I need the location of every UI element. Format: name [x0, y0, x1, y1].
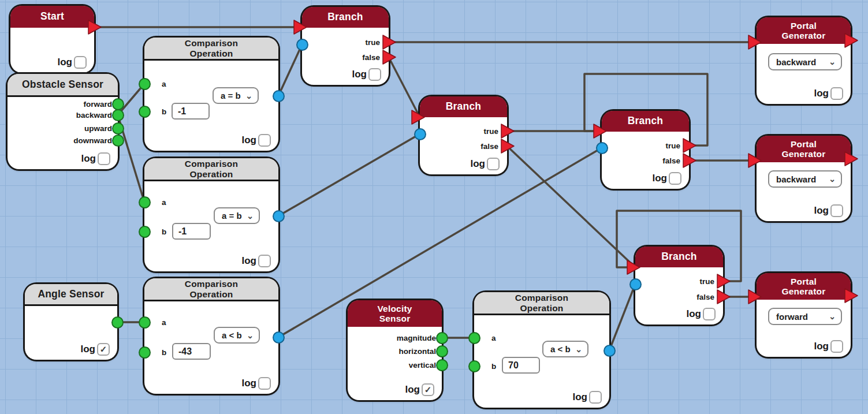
log-checkbox[interactable]	[98, 152, 110, 165]
flow-port-true[interactable]	[382, 35, 396, 50]
port-b[interactable]	[139, 106, 151, 118]
flow-port-false[interactable]	[382, 50, 396, 65]
port-a[interactable]	[139, 78, 151, 90]
node-obstacle-sensor[interactable]: Obstacle Sensorforwardbackwardupwarddown…	[8, 74, 118, 169]
log-row: log	[81, 152, 111, 165]
node-portal-1[interactable]: Portal Generatorbackward⌄log	[757, 17, 851, 104]
log-row: log	[471, 158, 500, 170]
port-condition[interactable]	[414, 128, 426, 140]
flow-port-flow-out[interactable]	[844, 288, 858, 303]
flow-port-flow-in[interactable]	[748, 35, 762, 50]
node-branch-3[interactable]: Branchtruefalselog	[602, 111, 689, 189]
port-condition[interactable]	[296, 39, 308, 51]
port-vertical[interactable]	[436, 359, 448, 371]
flow-port-flow-out[interactable]	[844, 33, 858, 48]
operator-select[interactable]: a < b⌄	[542, 341, 588, 357]
port-a[interactable]	[468, 332, 480, 344]
flow-port-false[interactable]	[501, 139, 515, 154]
select-value: backward	[776, 174, 816, 184]
node-comparison-3[interactable]: Comparison Operationaba < b⌄log	[144, 278, 278, 394]
port-label-a: a	[162, 318, 166, 327]
flow-port-false[interactable]	[717, 289, 731, 304]
node-portal-3[interactable]: Portal Generatorforward⌄log	[757, 273, 851, 357]
operator-select[interactable]: a < b⌄	[214, 327, 260, 344]
node-portal-2[interactable]: Portal Generatorbackward⌄log	[757, 136, 851, 221]
log-label: log	[81, 153, 96, 165]
operator-select[interactable]: a = b⌄	[213, 87, 259, 104]
port-magnitude[interactable]	[436, 332, 448, 344]
flow-port-true[interactable]	[683, 138, 696, 153]
direction-select[interactable]: forward⌄	[768, 308, 842, 325]
port-condition[interactable]	[629, 278, 642, 290]
port-label-magnitude: magnitude	[397, 334, 436, 342]
port-b[interactable]	[139, 346, 151, 359]
b-value-input[interactable]	[502, 357, 540, 374]
flow-port-flow-in[interactable]	[293, 20, 307, 35]
port-a[interactable]	[139, 316, 151, 329]
node-graph-canvas[interactable]: StartlogObstacle Sensorforwardbackwardup…	[0, 0, 868, 414]
node-comparison-2[interactable]: Comparison Operationaba = b⌄log	[144, 158, 278, 271]
chevron-down-icon: ⌄	[829, 312, 836, 320]
port-horizontal[interactable]	[436, 345, 448, 357]
port-backward[interactable]	[112, 109, 124, 121]
port-condition[interactable]	[596, 142, 608, 154]
log-checkbox[interactable]	[703, 308, 716, 320]
log-checkbox[interactable]: ✓	[97, 343, 110, 356]
port-b[interactable]	[468, 360, 480, 372]
flow-port-false[interactable]	[683, 153, 696, 168]
log-checkbox[interactable]: ✓	[422, 383, 434, 396]
port-a[interactable]	[139, 196, 151, 208]
port-forward[interactable]	[112, 98, 124, 110]
b-value-input[interactable]	[172, 103, 210, 120]
log-checkbox[interactable]	[258, 255, 271, 267]
flow-port-true[interactable]	[717, 274, 731, 289]
flow-port-flow-out[interactable]	[844, 151, 858, 166]
port-result[interactable]	[603, 345, 616, 357]
flow-port-flow-in[interactable]	[748, 289, 762, 304]
port-label-b: b	[162, 348, 166, 357]
select-value: a < b	[222, 330, 242, 340]
node-branch-1[interactable]: Branchtruefalselog	[302, 7, 389, 85]
log-checkbox[interactable]	[368, 68, 381, 81]
port-angle[interactable]	[111, 316, 124, 329]
operator-select[interactable]: a = b⌄	[214, 207, 260, 224]
node-title: Branch	[302, 7, 389, 28]
flow-port-flow-in[interactable]	[593, 124, 607, 139]
log-checkbox[interactable]	[669, 172, 681, 185]
node-branch-2[interactable]: Branchtruefalselog	[420, 96, 507, 174]
log-label: log	[687, 308, 702, 320]
port-label-false: false	[480, 142, 498, 151]
flow-port-flow-in[interactable]	[748, 153, 762, 168]
log-checkbox[interactable]	[258, 134, 271, 147]
b-value-input[interactable]	[172, 343, 211, 360]
port-downward[interactable]	[112, 135, 124, 147]
log-checkbox[interactable]	[258, 377, 271, 390]
node-velocity-sensor[interactable]: Velocity Sensormagnitudehorizontalvertic…	[348, 300, 442, 400]
log-row: log	[242, 377, 271, 390]
port-result[interactable]	[273, 210, 285, 222]
direction-select[interactable]: backward⌄	[768, 53, 842, 70]
node-comparison-1[interactable]: Comparison Operationaba = b⌄log	[144, 38, 278, 151]
node-branch-4[interactable]: Branchtruefalselog	[635, 247, 723, 325]
flow-port-flow-out[interactable]	[88, 20, 102, 35]
node-start[interactable]: Startlog	[10, 6, 94, 73]
log-checkbox[interactable]	[830, 204, 843, 217]
log-checkbox[interactable]	[830, 87, 843, 100]
port-upward[interactable]	[112, 122, 124, 135]
port-result[interactable]	[273, 90, 285, 102]
node-title: Branch	[635, 247, 723, 267]
log-checkbox[interactable]	[74, 56, 87, 69]
b-value-input[interactable]	[172, 223, 211, 240]
port-b[interactable]	[139, 226, 151, 238]
flow-port-true[interactable]	[501, 124, 515, 139]
log-checkbox[interactable]	[487, 158, 500, 170]
node-comparison-4[interactable]: Comparison Operationaba < b⌄log	[474, 292, 609, 408]
node-angle-sensor[interactable]: Angle Sensorlog✓	[25, 284, 117, 360]
flow-port-flow-in[interactable]	[627, 260, 640, 275]
flow-port-flow-in[interactable]	[411, 110, 425, 125]
log-checkbox[interactable]	[830, 340, 843, 353]
port-result[interactable]	[273, 331, 285, 344]
direction-select[interactable]: backward⌄	[768, 170, 842, 188]
log-checkbox[interactable]	[589, 391, 602, 404]
log-label: log	[352, 69, 367, 80]
